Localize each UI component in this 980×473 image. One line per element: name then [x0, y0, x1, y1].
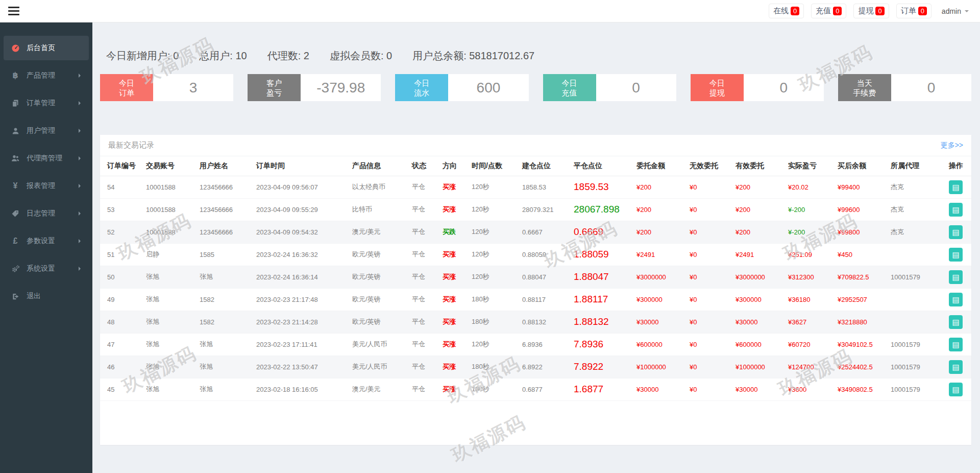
cell-account: 张旭 — [145, 266, 199, 288]
order-detail-button[interactable] — [949, 315, 963, 329]
cell-account: 张旭 — [145, 356, 199, 378]
cell-order-id: 54 — [100, 176, 145, 198]
card-value: 600 — [448, 74, 528, 101]
count-badge: 0 — [791, 7, 799, 15]
sidebar-item-logs[interactable]: 日志管理 — [4, 201, 89, 226]
column-header: 有效委托 — [734, 156, 787, 176]
online-badge-button[interactable]: 在线 0 — [769, 4, 804, 18]
card-label: 今日 充值 — [543, 74, 596, 101]
cell-open-point: 6.8936 — [521, 333, 573, 356]
cell-user-name: 1582 — [199, 311, 255, 333]
order-detail-button[interactable] — [949, 360, 963, 374]
cell-agent: 10001579 — [890, 266, 948, 288]
cell-invalid-amount: ¥0 — [689, 266, 734, 288]
menu-icon[interactable] — [8, 5, 19, 17]
detail-icon — [952, 341, 959, 348]
stat-value: 0 — [173, 50, 179, 61]
column-header: 所属代理 — [890, 156, 948, 176]
sidebar-item-label: 用户管理 — [27, 126, 55, 135]
order-detail-button[interactable] — [949, 248, 963, 262]
sidebar-item-label: 日志管理 — [27, 209, 55, 218]
cell-profit: ¥124700 — [787, 356, 837, 378]
sidebar-item-system[interactable]: 系统设置 — [4, 256, 89, 281]
table-row: 45 张旭 张旭 2023-02-18 16:16:05 澳元/美元 平仓 买涨… — [100, 378, 971, 400]
sidebar-item-agents[interactable]: 代理商管理 — [4, 146, 89, 171]
detail-icon — [952, 251, 959, 258]
cell-direction: 买涨 — [442, 378, 471, 400]
cell-user-name: 123456666 — [199, 198, 255, 221]
sidebar: 后台首页 ฿ 产品管理 订单管理 用户管理 代理商管理 ¥ 报表管理 日志管理 — [0, 22, 92, 473]
table-row: 48 张旭 1582 2023-02-23 21:14:28 欧元/英镑 平仓 … — [100, 311, 971, 333]
cell-amount: ¥200 — [635, 176, 689, 198]
table-row: 50 张旭 张旭 2023-02-24 16:36:14 欧元/英镑 平仓 买涨… — [100, 266, 971, 288]
order-detail-button[interactable] — [949, 338, 963, 351]
orders-badge-button[interactable]: 订单 0 — [896, 4, 932, 18]
order-detail-button[interactable] — [949, 270, 963, 284]
sidebar-item-reports[interactable]: ¥ 报表管理 — [4, 174, 89, 198]
cell-order-id: 46 — [100, 356, 145, 378]
cell-open-point: 28079.321 — [521, 198, 573, 221]
sidebar-item-home[interactable]: 后台首页 — [4, 36, 89, 60]
stat-value: 581817012.67 — [469, 50, 534, 61]
user-menu[interactable]: admin — [942, 7, 969, 15]
cell-close-point: 7.8922 — [573, 356, 635, 378]
order-detail-button[interactable] — [949, 293, 963, 306]
order-detail-button[interactable] — [949, 180, 963, 194]
cell-account: 启静 — [145, 243, 199, 266]
order-detail-button[interactable] — [949, 203, 963, 217]
cell-valid-amount: ¥2491 — [734, 243, 787, 266]
cell-direction: 买涨 — [442, 311, 471, 333]
cell-valid-amount: ¥200 — [734, 198, 787, 221]
cell-status: 平仓 — [411, 243, 442, 266]
column-header: 产品信息 — [351, 156, 411, 176]
column-header: 委托金额 — [635, 156, 689, 176]
agents-icon — [11, 154, 20, 163]
column-header: 交易账号 — [145, 156, 199, 176]
card-value: 3 — [153, 74, 233, 101]
cell-balance: ¥99800 — [837, 221, 890, 243]
sidebar-item-label: 报表管理 — [27, 181, 55, 191]
sidebar-item-orders[interactable]: 订单管理 — [4, 91, 89, 115]
cell-open-point: 0.88047 — [521, 266, 573, 288]
sidebar-item-label: 产品管理 — [27, 71, 55, 80]
cell-product: 比特币 — [351, 198, 411, 221]
cell-direction: 买跌 — [442, 221, 471, 243]
panel-header: 最新交易记录 更多>> — [100, 135, 971, 156]
summary-stats: 今日新增用户: 0 总用户: 10 代理数: 2 虚拟会员数: 0 用户总余额:… — [106, 49, 971, 63]
column-header: 状态 — [411, 156, 442, 176]
more-link[interactable]: 更多>> — [941, 141, 963, 150]
badge-label: 充值 — [816, 6, 831, 16]
cell-order-id: 50 — [100, 266, 145, 288]
transactions-table: 订单编号交易账号用户姓名订单时间产品信息状态方向时间/点数建仓点位平仓点位委托金… — [100, 156, 971, 401]
cell-profit: ¥3600 — [787, 378, 837, 400]
detail-icon — [952, 206, 959, 214]
cell-period: 120秒 — [471, 176, 521, 198]
sidebar-item-products[interactable]: ฿ 产品管理 — [4, 63, 89, 88]
order-detail-button[interactable] — [949, 225, 963, 239]
cell-order-time: 2023-02-24 16:36:14 — [255, 266, 351, 288]
column-header: 订单时间 — [255, 156, 351, 176]
cell-invalid-amount: ¥0 — [689, 176, 734, 198]
yen-icon: ¥ — [11, 181, 20, 191]
recharge-badge-button[interactable]: 充值 0 — [811, 4, 846, 18]
cell-invalid-amount: ¥0 — [689, 311, 734, 333]
cell-open-point: 0.6877 — [521, 378, 573, 400]
sidebar-item-logout[interactable]: 退出 — [4, 284, 89, 309]
stat-value: 0 — [386, 50, 392, 61]
sidebar-item-label: 订单管理 — [27, 99, 55, 108]
stat-label: 今日新增用户: — [106, 50, 170, 61]
cell-profit: ¥-200 — [787, 221, 837, 243]
cell-account: 张旭 — [145, 311, 199, 333]
detail-icon — [952, 183, 959, 191]
cell-product: 欧元/英镑 — [351, 266, 411, 288]
cell-order-id: 45 — [100, 378, 145, 400]
card-label: 客户 盈亏 — [248, 74, 301, 101]
withdraw-badge-button[interactable]: 提现 0 — [853, 4, 889, 18]
cell-profit: ¥3627 — [787, 311, 837, 333]
cell-status: 平仓 — [411, 266, 442, 288]
order-detail-button[interactable] — [949, 383, 963, 396]
sidebar-item-users[interactable]: 用户管理 — [4, 119, 89, 143]
sidebar-item-params[interactable]: £ 参数设置 — [4, 229, 89, 253]
column-header: 时间/点数 — [471, 156, 521, 176]
badge-label: 在线 — [773, 6, 789, 16]
